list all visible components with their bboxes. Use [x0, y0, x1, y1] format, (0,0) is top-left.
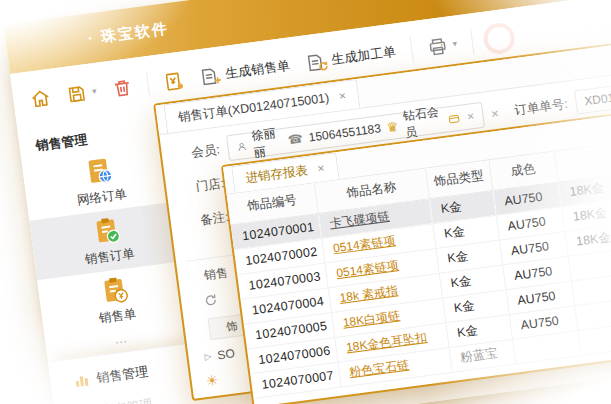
delete-button[interactable]: [110, 76, 134, 100]
remove-member-icon[interactable]: ×: [466, 109, 475, 124]
sidebar-item-label: 销售订单: [84, 245, 136, 268]
item-name-link[interactable]: 粉色宝石链: [349, 358, 410, 380]
sales-slip-icon: [97, 274, 131, 308]
tab-label: 进销存报表: [245, 162, 309, 187]
app-title: · 珠宝软件: [87, 19, 170, 48]
trash-icon: [110, 76, 134, 100]
expand-row-icon[interactable]: ▷: [204, 351, 212, 362]
item-name-link[interactable]: 0514素链项: [332, 233, 396, 255]
print-dropdown-caret[interactable]: ▾: [452, 39, 458, 50]
member-label: 会员:: [171, 141, 221, 164]
save-dropdown-caret[interactable]: ▾: [91, 86, 97, 97]
receipt-yen-icon: [162, 69, 186, 93]
generate-sales-order-button[interactable]: 生成销售单: [197, 55, 291, 88]
sidebar-item-label: 销售单: [98, 306, 137, 328]
home-icon: [28, 86, 53, 111]
generate-processing-order-label: 生成加工单: [330, 43, 397, 69]
web-order-icon: [82, 155, 116, 189]
vip-crown-icon: ♛: [386, 119, 399, 133]
clear-member-icon[interactable]: ×: [490, 105, 499, 121]
print-button[interactable]: ▾: [425, 33, 458, 58]
item-name-link[interactable]: 18K白项链: [342, 308, 401, 329]
close-icon: ×: [495, 31, 504, 45]
order-no-input[interactable]: XD01240715001: [574, 76, 611, 114]
toolbar-separator: [409, 37, 413, 63]
order-no-label: 订单单号:: [513, 95, 568, 119]
modules-icon: [74, 372, 90, 388]
member-icon: [236, 139, 248, 153]
doc-process-icon: [303, 50, 328, 74]
generate-sales-order-label: 生成销售单: [224, 57, 291, 83]
screenshot-root: · 珠宝软件 ▾: [0, 0, 611, 404]
tab-close-icon[interactable]: ×: [338, 89, 347, 104]
store-label: 门店:: [175, 175, 225, 198]
grid-row-text: SO: [217, 346, 236, 362]
item-name-link[interactable]: 0514素链项: [335, 258, 399, 280]
sales-order-icon: [90, 214, 124, 248]
close-button[interactable]: ×: [486, 25, 512, 51]
toolbar-separator: [145, 71, 149, 97]
printer-icon: [425, 34, 449, 58]
phone-icon: ☎: [287, 132, 303, 146]
sidebar-item-label: 网络订单: [76, 186, 128, 209]
member-phone: 15064551183: [308, 121, 382, 144]
toolbar-separator: [470, 29, 474, 55]
bottom-nav-label: 销售管理: [95, 362, 149, 387]
member-name: 徐丽丽: [251, 124, 285, 162]
doc-plus-icon: [197, 64, 222, 88]
item-name-link[interactable]: 卡飞碟项链: [329, 209, 390, 231]
bottom-nav-label: 库存管理: [100, 395, 154, 404]
save-icon: [65, 82, 89, 106]
member-card-icon: [448, 112, 460, 124]
remark-label: 备注:: [180, 208, 230, 231]
rotated-stage: · 珠宝软件 ▾: [0, 0, 611, 404]
item-name-link[interactable]: 18k 素戒指: [339, 283, 399, 305]
tab-close-icon[interactable]: ×: [317, 161, 326, 176]
generate-processing-order-button[interactable]: 生成加工单: [303, 41, 397, 74]
home-button[interactable]: [28, 86, 53, 111]
save-button[interactable]: ▾: [65, 81, 98, 106]
collect-payment-button[interactable]: [162, 69, 186, 93]
